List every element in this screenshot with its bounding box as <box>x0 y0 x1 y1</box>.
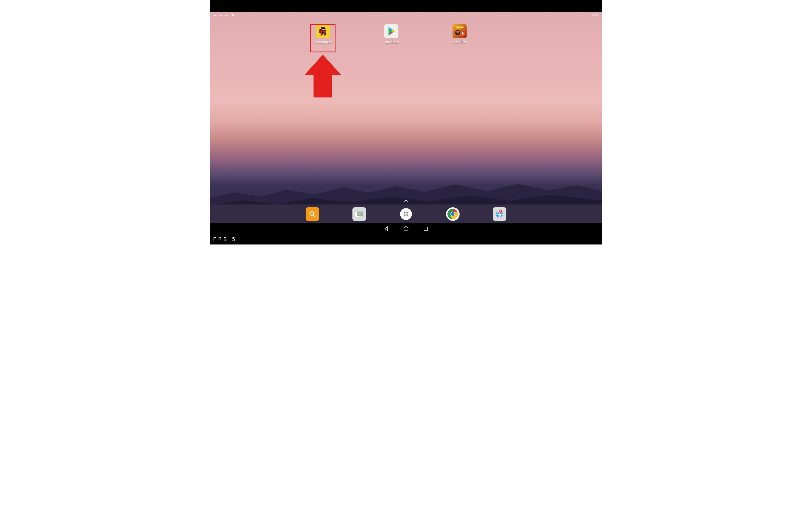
svg-point-16 <box>407 212 408 213</box>
drawer-hint-chevron-up-icon[interactable] <box>404 198 408 203</box>
annotation-highlight-box <box>310 24 336 52</box>
play-store-icon <box>384 24 398 38</box>
home-app-grid: Among Us Play Store <box>210 24 602 44</box>
dock-search[interactable] <box>306 207 319 221</box>
fps-label: FPS <box>213 236 229 242</box>
app-play-store[interactable]: Play Store <box>378 24 404 44</box>
svg-point-17 <box>403 213 405 214</box>
svg-point-21 <box>405 215 407 216</box>
status-bar: FF FF FF 9:39 <box>210 12 602 18</box>
status-ff-badge: FF <box>225 14 229 17</box>
status-ff-badge: FF <box>214 14 217 17</box>
svg-point-22 <box>407 215 408 216</box>
status-clock: 9:39 <box>592 13 598 17</box>
svg-point-25 <box>451 212 455 216</box>
app-label: Free Fire <box>452 40 467 44</box>
svg-rect-30 <box>424 227 427 230</box>
dock-app-drawer[interactable] <box>399 207 413 221</box>
app-free-fire[interactable]: Free Fire <box>447 24 472 44</box>
bottom-overlay: FPS 5 <box>210 234 602 244</box>
top-letterbox <box>210 0 602 12</box>
svg-point-28 <box>500 210 501 212</box>
navigation-bar <box>210 223 602 234</box>
svg-marker-7 <box>305 55 341 98</box>
svg-point-13 <box>358 213 359 214</box>
svg-point-18 <box>405 213 407 214</box>
svg-point-19 <box>407 213 408 214</box>
nav-back-button[interactable] <box>383 226 389 232</box>
dock <box>210 205 602 223</box>
svg-point-15 <box>405 212 407 213</box>
nav-recents-button[interactable] <box>423 226 429 232</box>
dock-globe[interactable] <box>493 207 506 221</box>
svg-point-20 <box>403 215 405 216</box>
app-label: Play Store <box>383 40 400 44</box>
status-ff-badge: FF <box>219 14 222 17</box>
fps-value: 5 <box>232 236 235 242</box>
person-icon <box>231 13 235 17</box>
free-fire-icon <box>453 24 467 38</box>
dock-chrome[interactable] <box>446 207 460 221</box>
svg-rect-12 <box>357 212 363 216</box>
svg-point-29 <box>404 226 408 231</box>
annotation-arrow-up-icon <box>305 55 341 98</box>
svg-line-9 <box>313 215 315 217</box>
svg-point-14 <box>403 212 405 213</box>
nav-home-button[interactable] <box>403 226 409 232</box>
dock-gallery[interactable] <box>352 207 366 221</box>
